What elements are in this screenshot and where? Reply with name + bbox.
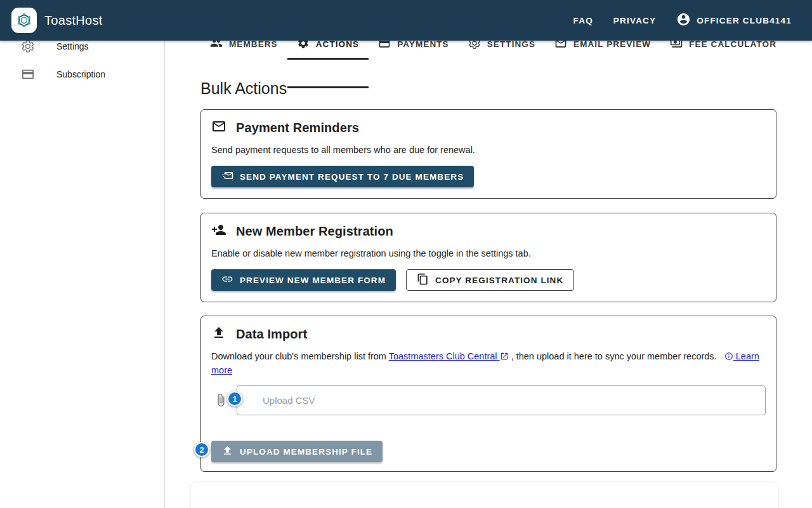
open-in-new-icon [500, 351, 509, 364]
page-title: Bulk Actions [200, 79, 287, 98]
annotation-marker-1: 1 [227, 391, 242, 406]
card-description: Enable or disable new member registratio… [211, 247, 766, 260]
upload-csv-input[interactable] [237, 385, 766, 415]
button-label: FAQ [573, 16, 593, 25]
upload-membership-file-button[interactable]: UPLOAD MEMBERSHIP FILE [211, 441, 383, 462]
button-label: UPLOAD MEMBERSHIP FILE [240, 447, 372, 457]
payment-reminders-card: Payment Reminders Send payment requests … [200, 109, 776, 199]
card-title: New Member Registration [236, 224, 393, 239]
account-circle-icon [676, 12, 691, 29]
paperclip-icon [214, 393, 228, 410]
link-icon [221, 273, 233, 287]
copy-registration-link-button[interactable]: COPY REGISTRATION LINK [406, 269, 574, 291]
credit-card-icon [21, 67, 35, 81]
csv-upload-row [211, 385, 766, 415]
sidebar-item-label: Subscription [56, 69, 105, 79]
description-text: Download your club's membership list fro… [211, 351, 389, 361]
button-label: PRIVACY [613, 16, 656, 25]
sidebar-item-subscription[interactable]: Subscription [0, 60, 164, 88]
copy-icon [417, 273, 429, 287]
toasthost-logo-icon[interactable] [11, 8, 37, 33]
card-description: Send payment requests to all members who… [211, 144, 766, 156]
gear-icon [21, 39, 35, 53]
account-label: OFFICER CLUB4141 [697, 16, 792, 25]
button-label: PREVIEW NEW MEMBER FORM [240, 276, 386, 285]
app-root: Settings Subscription MEMBERS ACTIONS [0, 0, 812, 508]
send-payment-request-button[interactable]: SEND PAYMENT REQUEST TO 7 DUE MEMBERS [211, 166, 474, 187]
annotation-marker-2: 2 [194, 442, 209, 457]
app-header: ToastHost FAQ PRIVACY OFFICER CLUB4141 [0, 0, 812, 41]
info-icon [724, 351, 733, 364]
upload-icon [221, 444, 233, 458]
sidebar: Settings Subscription [0, 0, 165, 508]
button-label: COPY REGISTRATION LINK [435, 276, 563, 285]
card-title: Payment Reminders [236, 121, 359, 135]
toastmasters-club-central-link[interactable]: Toastmasters Club Central [389, 351, 509, 361]
faq-button[interactable]: FAQ [563, 9, 603, 32]
data-import-card: Data Import Download your club's members… [200, 316, 776, 472]
forward-to-inbox-icon [221, 170, 233, 184]
brand-name: ToastHost [44, 13, 103, 28]
person-add-icon [211, 222, 226, 240]
data-import-description: Download your club's membership list fro… [211, 350, 761, 377]
new-member-registration-card: New Member Registration Enable or disabl… [200, 213, 776, 302]
preview-new-member-form-button[interactable]: PREVIEW NEW MEMBER FORM [211, 269, 396, 291]
privacy-button[interactable]: PRIVACY [603, 9, 666, 32]
account-menu-button[interactable]: OFFICER CLUB4141 [666, 9, 802, 32]
link-label: Toastmasters Club Central [389, 351, 497, 361]
active-tab-underline [287, 58, 369, 60]
description-text: , then upload it here to sync your membe… [509, 351, 719, 361]
button-label: SEND PAYMENT REQUEST TO 7 DUE MEMBERS [240, 172, 464, 182]
upload-icon [211, 325, 226, 343]
card-title: Data Import [236, 327, 307, 342]
mail-icon [211, 119, 226, 137]
sidebar-item-label: Settings [56, 41, 89, 51]
next-card-hint [190, 481, 779, 508]
